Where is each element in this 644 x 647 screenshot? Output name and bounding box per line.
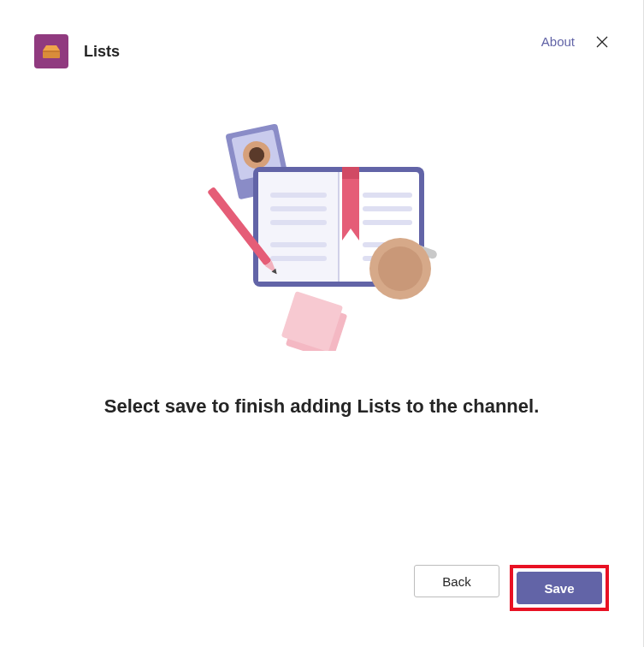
svg-rect-14 <box>270 242 327 247</box>
svg-point-24 <box>378 246 422 291</box>
back-button[interactable]: Back <box>414 565 499 597</box>
svg-rect-15 <box>270 256 327 261</box>
svg-rect-16 <box>363 193 412 198</box>
about-link[interactable]: About <box>541 34 575 49</box>
lists-app-icon <box>34 34 68 68</box>
svg-rect-11 <box>270 193 327 198</box>
svg-rect-1 <box>43 50 60 52</box>
svg-rect-12 <box>270 206 327 211</box>
close-icon[interactable] <box>595 35 609 49</box>
illustration <box>0 120 643 351</box>
dialog-footer: Back Save <box>414 565 609 611</box>
dialog-header: Lists About <box>0 0 643 68</box>
app-title: Lists <box>84 43 120 61</box>
instruction-text: Select save to finish adding Lists to th… <box>0 395 643 418</box>
svg-rect-13 <box>270 220 327 225</box>
save-button[interactable]: Save <box>517 572 602 604</box>
save-button-highlight: Save <box>510 565 609 611</box>
svg-rect-17 <box>363 206 412 211</box>
svg-rect-18 <box>363 220 412 225</box>
